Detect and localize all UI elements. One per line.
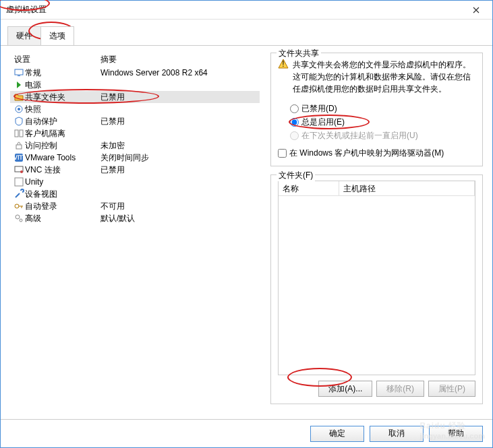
row-summary: 未加密: [100, 140, 260, 152]
row-label: VNC 连接: [25, 164, 100, 176]
list-row-monitor[interactable]: 常规Windows Server 2008 R2 x64: [10, 67, 260, 79]
tools-icon: vm: [13, 152, 25, 163]
warning-icon: !: [278, 59, 289, 69]
map-drive-checkbox[interactable]: [278, 149, 287, 158]
row-label: 客户机隔离: [25, 128, 100, 139]
svg-rect-5: [20, 130, 23, 137]
map-drive-label: 在 Windows 客户机中映射为网络驱动器(M): [289, 148, 444, 159]
cancel-button[interactable]: 取消: [370, 426, 424, 442]
properties-button: 属性(P): [428, 381, 475, 397]
row-summary: 关闭时间同步: [100, 152, 260, 164]
list-row-vnc[interactable]: VNC 连接已禁用: [10, 164, 260, 176]
map-drive-check[interactable]: 在 Windows 客户机中映射为网络驱动器(M): [278, 148, 475, 159]
monitor-icon: [13, 67, 25, 78]
radio-until-off-input: [290, 131, 299, 140]
gears-icon: [13, 213, 25, 224]
row-summary: Windows Server 2008 R2 x64: [100, 68, 260, 77]
col-summary: 摘要: [100, 54, 260, 65]
row-summary: 已禁用: [100, 164, 260, 176]
th-path[interactable]: 主机路径: [339, 181, 475, 195]
radio-always-label: 总是启用(E): [301, 117, 345, 128]
camera-icon: [13, 104, 25, 115]
svg-point-13: [16, 215, 20, 219]
svg-text:!: !: [282, 59, 284, 69]
wrench-icon: [13, 189, 25, 199]
radio-until-off: 在下次关机或挂起前一直启用(U): [290, 129, 475, 142]
power-icon: [13, 79, 25, 90]
row-summary: 已禁用: [100, 92, 260, 103]
share-legend: 文件夹共享: [277, 48, 321, 59]
svg-point-14: [20, 219, 22, 222]
help-button[interactable]: 帮助: [429, 426, 483, 442]
ok-button[interactable]: 确定: [310, 426, 364, 442]
remove-button: 移除(R): [376, 381, 424, 397]
radio-disabled[interactable]: 已禁用(D): [290, 102, 475, 115]
folders-table[interactable]: 名称 主机路径: [278, 181, 475, 375]
row-label: VMware Tools: [25, 153, 100, 162]
shield-icon: [13, 116, 25, 127]
svg-rect-4: [15, 130, 18, 137]
list-row-key[interactable]: 自动登录不可用: [10, 200, 260, 212]
svg-point-12: [15, 204, 19, 208]
add-button[interactable]: 添加(A)...: [318, 381, 372, 397]
vnc-icon: [13, 164, 25, 175]
row-label: 常规: [25, 67, 100, 79]
isolate-icon: [13, 128, 25, 139]
close-icon: [473, 7, 480, 13]
row-label: 电源: [25, 79, 100, 91]
window-title: 虚拟机设置: [6, 4, 465, 15]
key-icon: [13, 201, 25, 212]
row-label: 访问控制: [25, 140, 100, 152]
list-row-unity[interactable]: Unity: [10, 176, 260, 188]
svg-text:vm: vm: [13, 152, 24, 162]
row-label: 共享文件夹: [25, 92, 100, 103]
th-name[interactable]: 名称: [279, 181, 339, 195]
radio-until-off-label: 在下次关机或挂起前一直启用(U): [301, 130, 418, 141]
close-button[interactable]: [465, 3, 487, 17]
list-row-isolate[interactable]: 客户机隔离: [10, 127, 260, 139]
list-row-lock[interactable]: 访问控制未加密: [10, 139, 260, 152]
list-row-camera[interactable]: 快照: [10, 103, 260, 115]
row-label: 自动登录: [25, 201, 100, 212]
radio-always[interactable]: 总是启用(E): [290, 115, 475, 129]
row-label: 自动保护: [25, 116, 100, 127]
svg-rect-0: [15, 69, 23, 75]
svg-rect-6: [16, 145, 22, 149]
radio-disabled-input[interactable]: [290, 104, 299, 113]
unity-icon: [13, 177, 25, 187]
list-row-tools[interactable]: vmVMware Tools关闭时间同步: [10, 152, 260, 164]
folder-icon: [13, 92, 25, 102]
svg-point-3: [18, 108, 20, 110]
radio-disabled-label: 已禁用(D): [301, 103, 337, 115]
folders-legend: 文件夹(F): [277, 170, 315, 181]
row-label: 快照: [25, 104, 100, 115]
row-summary: 不可用: [100, 201, 260, 212]
row-label: 设备视图: [25, 189, 100, 200]
list-row-wrench[interactable]: 设备视图: [10, 188, 260, 200]
row-summary: 默认/默认: [100, 213, 260, 224]
svg-rect-1: [18, 75, 20, 76]
list-row-shield[interactable]: 自动保护已禁用: [10, 115, 260, 127]
lock-icon: [13, 140, 25, 151]
tab-hardware[interactable]: 硬件: [7, 26, 41, 45]
share-warning: 共享文件夹会将您的文件显示给虚拟机中的程序。这可能为您的计算机和数据带来风险。请…: [293, 59, 475, 95]
row-summary: 已禁用: [100, 116, 260, 127]
list-row-gears[interactable]: 高级默认/默认: [10, 212, 260, 224]
radio-always-input[interactable]: [290, 118, 299, 127]
svg-rect-11: [15, 178, 23, 186]
tab-options[interactable]: 选项: [40, 26, 74, 45]
row-label: Unity: [25, 177, 100, 187]
col-setting: 设置: [10, 54, 100, 65]
svg-point-10: [20, 170, 23, 173]
row-label: 高级: [25, 213, 100, 224]
list-row-power[interactable]: 电源: [10, 79, 260, 91]
list-row-folder[interactable]: 共享文件夹已禁用: [10, 91, 260, 103]
